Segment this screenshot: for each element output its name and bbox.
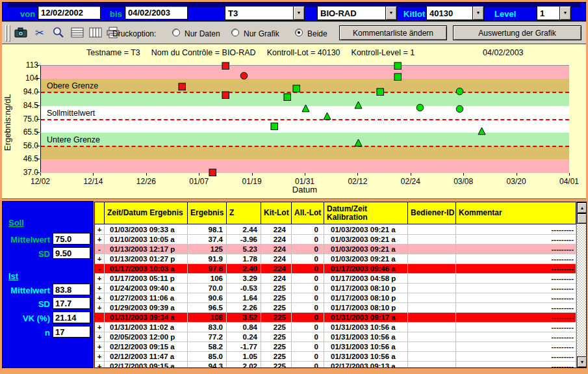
control-select[interactable]: BIO-RAD ▼ (317, 6, 397, 20)
cell-alllot: 0 (292, 254, 324, 263)
scroll-up-button[interactable]: ▲ (577, 202, 587, 213)
cell-z: 2.44 (227, 225, 261, 234)
x-tick-label: 04/01 (555, 177, 583, 186)
zoom-icon[interactable] (51, 27, 66, 40)
table-row[interactable]: -01/13/2003 12:17 p1255.23224001/03/2003… (95, 245, 576, 254)
table-row[interactable]: +01/27/2003 11:06 a90.61.64225001/17/200… (95, 293, 576, 303)
bis-date-input[interactable]: 04/02/2003 (125, 6, 188, 20)
dropdown-arrow-icon[interactable]: ▼ (472, 7, 483, 20)
data-point-circle (455, 105, 464, 113)
table-row[interactable]: +02/17/2003 09:15 a94.32.02225002/17/200… (95, 362, 576, 368)
cell-kommentar: --------- (456, 274, 576, 283)
sd-band (41, 159, 569, 173)
table-row[interactable]: +01/24/2003 09:40 a70.0-0.53225001/17/20… (95, 284, 576, 293)
cell-kalibration: 01/31/2003 10:56 a (324, 342, 408, 351)
cell-zeit: 01/13/2003 01:27 p (105, 254, 188, 263)
soll-mittelwert-value[interactable]: 75.0 (53, 233, 90, 245)
cell-kitlot: 225 (261, 313, 292, 322)
data-point-triangle (478, 127, 486, 135)
cell-bediener (408, 342, 456, 351)
cell-kitlot: 225 (261, 342, 292, 351)
cell-ergebnis: 98.1 (188, 225, 227, 234)
table-scrollbar[interactable]: ▲ ▼ (576, 202, 587, 368)
radio-beide[interactable] (295, 29, 303, 36)
cell-z: -0.53 (227, 284, 261, 293)
y-tick-mark (36, 105, 40, 106)
table-row[interactable]: -01/17/2003 10:03 a97.82.40224001/17/200… (95, 264, 576, 274)
cell-sign: + (95, 293, 105, 302)
cell-z: -3.96 (227, 235, 261, 244)
table-row[interactable]: -01/31/2003 09:34 a1083.52225001/31/2003… (95, 313, 576, 323)
data-point-square (376, 88, 385, 96)
data-point-square (222, 91, 230, 100)
table-row[interactable]: +01/29/2003 09:39 a96.52.26225001/17/200… (95, 303, 576, 313)
chart-title: Testname = T3 Nom du Contrôle = BIO-RAD … (86, 48, 415, 57)
dropdown-arrow-icon[interactable]: ▼ (293, 7, 304, 20)
radio-nur-grafik[interactable] (231, 29, 239, 36)
x-tick-label: 12/26 (132, 177, 160, 186)
ist-sd-label: SD (3, 299, 50, 309)
soll-sd-value[interactable]: 9.50 (53, 247, 90, 259)
y-tick-label: 104 (14, 73, 38, 83)
auswertung-button[interactable]: Auswertung der Grafik (453, 25, 582, 40)
cell-sign: + (95, 225, 105, 234)
cell-kommentar: --------- (456, 235, 576, 244)
cell-sign: - (95, 245, 105, 254)
kitlot-select[interactable]: 40130 ▼ (426, 6, 484, 20)
scroll-down-button[interactable]: ▼ (577, 356, 587, 367)
cell-zeit: 02/12/2003 09:15 a (105, 342, 188, 351)
cell-sign: + (95, 342, 105, 351)
cell-kommentar: --------- (456, 264, 576, 273)
cell-kitlot: 224 (261, 274, 292, 283)
column-header: Bediener-ID (408, 202, 456, 224)
cell-kalibration: 01/03/2003 09:21 a (324, 225, 408, 234)
table-row[interactable]: +02/05/2003 12:00 p77.20.24225001/31/200… (95, 332, 576, 342)
column-header (95, 202, 105, 224)
test-select[interactable]: T3 ▼ (225, 6, 305, 20)
table-row[interactable]: +01/31/2003 11:02 a83.00.84225001/31/200… (95, 323, 576, 332)
table-row[interactable]: +01/10/2003 10:05 a37.4-3.96224001/03/20… (95, 235, 576, 245)
scrollbar-thumb[interactable] (577, 213, 587, 224)
cell-alllot: 0 (292, 313, 324, 322)
dropdown-arrow-icon[interactable]: ▼ (385, 7, 396, 20)
table-row[interactable]: +01/13/2003 01:27 p91.91.78224001/03/200… (95, 254, 576, 264)
table-row[interactable]: +02/12/2003 09:15 a58.2-1.77225001/31/20… (95, 342, 576, 352)
cell-z: 1.64 (227, 293, 261, 302)
cell-kommentar: --------- (456, 284, 576, 293)
radio-nur-daten[interactable] (172, 29, 180, 36)
cell-zeit: 01/03/2003 09:33 a (105, 225, 188, 234)
table-row[interactable]: +01/03/2003 09:33 a98.12.44224001/03/200… (95, 225, 576, 235)
x-tick-label: 02/12 (343, 177, 372, 186)
x-tick-mark (252, 173, 253, 176)
y-tick-mark (36, 78, 40, 79)
cell-kitlot: 225 (261, 293, 292, 302)
data-point-square (283, 93, 292, 101)
soll-mittelwert-label: Mittelwert (3, 235, 50, 245)
cell-kommentar: --------- (456, 225, 576, 234)
scissors-icon[interactable]: ✂ (32, 27, 47, 40)
column-grid-icon[interactable] (88, 27, 103, 40)
von-date-input[interactable]: 12/02/2002 (38, 6, 101, 20)
y-tick-mark (36, 132, 40, 133)
cell-bediener (408, 313, 456, 322)
cell-kalibration: 01/17/2003 09:46 a (324, 264, 408, 273)
cell-kalibration: 01/31/2003 09:17 a (324, 313, 408, 322)
data-point-square (209, 168, 217, 177)
cell-ergebnis: 70.0 (188, 284, 227, 293)
cell-kalibration: 01/17/2003 08:10 p (324, 293, 408, 302)
cell-z: 1.78 (227, 254, 261, 263)
ist-vk-value: 21.14 (53, 312, 90, 323)
level-select[interactable]: 1 ▼ (537, 6, 571, 20)
cell-alllot: 0 (292, 225, 324, 234)
cell-bediener (408, 284, 456, 293)
cell-bediener (408, 352, 456, 361)
table-row[interactable]: +01/17/2003 05:11 p1063.29224001/17/2003… (95, 274, 576, 284)
y-tick-label: 56.0 (14, 141, 38, 150)
camera-icon[interactable] (14, 27, 28, 40)
table-row[interactable]: +02/12/2003 11:47 a85.01.05225001/31/200… (95, 352, 576, 362)
dropdown-arrow-icon[interactable]: ▼ (559, 7, 570, 20)
cell-ergebnis: 77.2 (188, 332, 227, 341)
kommentarliste-button[interactable]: Kommentarliste ändern (339, 25, 447, 40)
limit-line-label: Sollmittelwert (47, 109, 95, 118)
row-list-icon[interactable] (70, 27, 84, 40)
